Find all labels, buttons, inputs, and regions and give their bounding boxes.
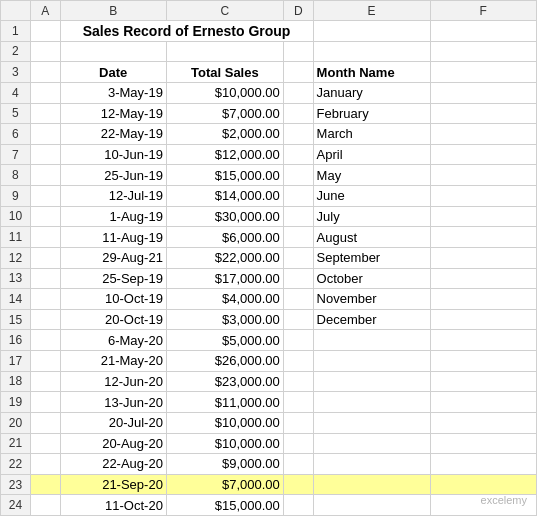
row-number: 3 (1, 62, 31, 83)
date-cell: 11-Aug-19 (60, 227, 166, 248)
date-cell: 21-Sep-20 (60, 474, 166, 495)
row-number: 15 (1, 309, 31, 330)
row-number: 24 (1, 495, 31, 516)
month-cell: August (313, 227, 430, 248)
date-cell: 22-May-19 (60, 124, 166, 145)
month-cell: October (313, 268, 430, 289)
date-cell: 22-Aug-20 (60, 454, 166, 475)
sales-cell: $3,000.00 (166, 309, 283, 330)
sales-cell: $14,000.00 (166, 186, 283, 207)
date-cell: 1-Aug-19 (60, 206, 166, 227)
row-number: 16 (1, 330, 31, 351)
date-cell: 12-Jul-19 (60, 186, 166, 207)
date-cell: 12-May-19 (60, 103, 166, 124)
sales-cell: $11,000.00 (166, 392, 283, 413)
row-number: 8 (1, 165, 31, 186)
row-number: 22 (1, 454, 31, 475)
row-number: 11 (1, 227, 31, 248)
row-number: 18 (1, 371, 31, 392)
month-header: Month Name (313, 62, 430, 83)
col-header-b: B (60, 1, 166, 21)
corner-cell (1, 1, 31, 21)
sales-cell: $12,000.00 (166, 144, 283, 165)
month-cell: May (313, 165, 430, 186)
row-number: 9 (1, 186, 31, 207)
month-cell: September (313, 247, 430, 268)
month-cell: April (313, 144, 430, 165)
spreadsheet: A B C D E F 1Sales Record of Ernesto Gro… (0, 0, 537, 516)
sales-cell: $26,000.00 (166, 351, 283, 372)
row-number: 1 (1, 21, 31, 42)
sales-cell: $2,000.00 (166, 124, 283, 145)
row-number: 20 (1, 412, 31, 433)
sales-cell: $6,000.00 (166, 227, 283, 248)
col-header-f: F (430, 1, 536, 21)
row-number: 17 (1, 351, 31, 372)
date-cell: 20-Oct-19 (60, 309, 166, 330)
month-cell: July (313, 206, 430, 227)
sales-cell: $5,000.00 (166, 330, 283, 351)
row-number: 7 (1, 144, 31, 165)
row-number: 12 (1, 247, 31, 268)
row-number: 23 (1, 474, 31, 495)
sales-cell: $7,000.00 (166, 474, 283, 495)
row-number: 19 (1, 392, 31, 413)
date-cell: 10-Jun-19 (60, 144, 166, 165)
month-cell: March (313, 124, 430, 145)
row-number: 13 (1, 268, 31, 289)
col-header-c: C (166, 1, 283, 21)
sales-header: Total Sales (166, 62, 283, 83)
sales-cell: $23,000.00 (166, 371, 283, 392)
date-cell: 6-May-20 (60, 330, 166, 351)
date-cell: 20-Aug-20 (60, 433, 166, 454)
date-cell: 25-Sep-19 (60, 268, 166, 289)
row-number: 2 (1, 41, 31, 62)
col-header-a: A (30, 1, 60, 21)
sales-cell: $17,000.00 (166, 268, 283, 289)
sales-cell: $10,000.00 (166, 82, 283, 103)
sales-cell: $15,000.00 (166, 495, 283, 516)
month-cell: January (313, 82, 430, 103)
row-number: 5 (1, 103, 31, 124)
month-cell: June (313, 186, 430, 207)
row-number: 6 (1, 124, 31, 145)
month-cell: December (313, 309, 430, 330)
col-header-e: E (313, 1, 430, 21)
sales-cell: $30,000.00 (166, 206, 283, 227)
row-number: 21 (1, 433, 31, 454)
date-cell: 29-Aug-21 (60, 247, 166, 268)
sales-cell: $10,000.00 (166, 412, 283, 433)
date-cell: 21-May-20 (60, 351, 166, 372)
sales-cell: $10,000.00 (166, 433, 283, 454)
sales-cell: $15,000.00 (166, 165, 283, 186)
date-header: Date (60, 62, 166, 83)
col-header-d: D (283, 1, 313, 21)
title: Sales Record of Ernesto Group (60, 21, 313, 42)
date-cell: 25-Jun-19 (60, 165, 166, 186)
sales-cell: $7,000.00 (166, 103, 283, 124)
sales-cell: $9,000.00 (166, 454, 283, 475)
row-number: 14 (1, 289, 31, 310)
date-cell: 11-Oct-20 (60, 495, 166, 516)
date-cell: 12-Jun-20 (60, 371, 166, 392)
date-cell: 3-May-19 (60, 82, 166, 103)
month-cell: February (313, 103, 430, 124)
sales-cell: $4,000.00 (166, 289, 283, 310)
sales-cell: $22,000.00 (166, 247, 283, 268)
date-cell: 13-Jun-20 (60, 392, 166, 413)
date-cell: 20-Jul-20 (60, 412, 166, 433)
row-number: 10 (1, 206, 31, 227)
row-number: 4 (1, 82, 31, 103)
date-cell: 10-Oct-19 (60, 289, 166, 310)
month-cell: November (313, 289, 430, 310)
